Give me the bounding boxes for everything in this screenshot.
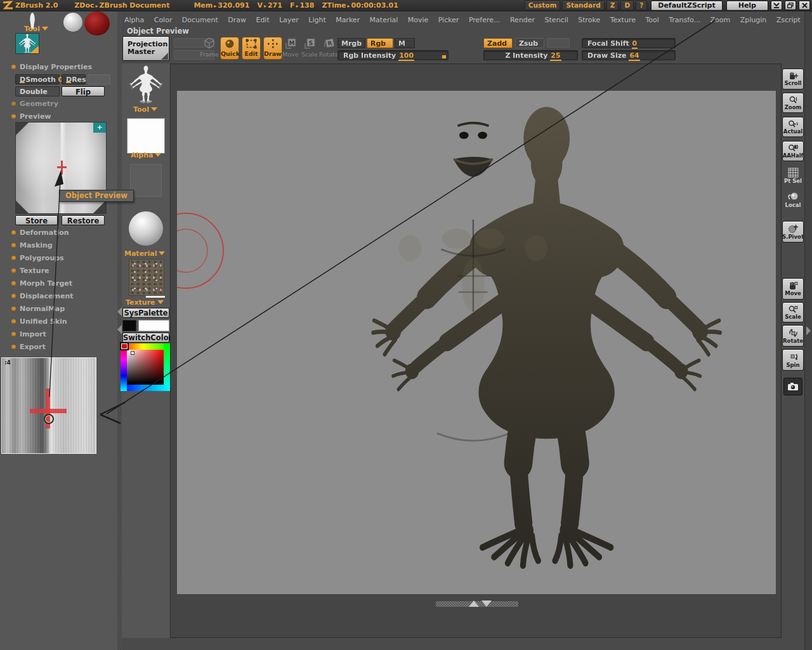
tool-dropdown[interactable]: Tool: [24, 25, 48, 33]
material-dropdown[interactable]: Material: [124, 249, 165, 258]
section-deformation[interactable]: Deformation: [11, 229, 69, 237]
ptsel-button[interactable]: Pt Sel: [783, 168, 803, 184]
secondary-color-swatch[interactable]: [122, 320, 136, 331]
section-masking[interactable]: Masking: [11, 241, 53, 249]
menu-item-tool[interactable]: Tool: [645, 16, 658, 25]
doc-menu[interactable]: ZDoc▸ZBrush Document: [74, 1, 169, 10]
focal-shift-slider[interactable]: Focal Shift 0: [582, 38, 676, 48]
rgb-toggle[interactable]: Rgb: [367, 38, 393, 48]
frame-button[interactable]: Frame: [200, 37, 219, 58]
tool-dropdown[interactable]: Tool: [133, 105, 157, 114]
custom-ui-button[interactable]: Custom: [525, 1, 561, 10]
section-geometry[interactable]: Geometry: [11, 100, 58, 108]
menu-item-texture[interactable]: Texture: [610, 16, 636, 25]
hue-edge[interactable]: [121, 343, 127, 391]
menu-item-material[interactable]: Material: [370, 16, 398, 25]
menu-item-draw[interactable]: Draw: [228, 16, 246, 25]
z-intensity-slider[interactable]: Z Intensity 25: [483, 50, 578, 60]
projection-master-button[interactable]: Projection Master: [122, 36, 169, 61]
section-unified-skin[interactable]: Unified Skin: [11, 317, 67, 326]
document-viewport[interactable]: [177, 91, 776, 594]
move-button[interactable]: M Move: [281, 37, 300, 58]
local-button[interactable]: Local: [783, 192, 803, 208]
section-polygroups[interactable]: Polygroups: [11, 254, 64, 262]
menu-item-preferences[interactable]: Prefere...: [469, 16, 501, 25]
menu-item-stencil[interactable]: Stencil: [545, 16, 568, 25]
section-display-properties[interactable]: Display Properties: [11, 63, 92, 71]
rotate-button[interactable]: R Rotate: [319, 37, 338, 58]
scale-canvas-button[interactable]: Scale: [782, 302, 804, 322]
collapse-right-icon[interactable]: [806, 326, 811, 335]
section-preview[interactable]: Preview: [11, 112, 51, 121]
default-zscript-button[interactable]: DefaultZScript: [651, 1, 722, 11]
menu-item-document[interactable]: Document: [182, 16, 218, 25]
menu-item-picker[interactable]: Picker: [438, 16, 459, 25]
right-divider[interactable]: [804, 11, 812, 650]
restore-button[interactable]: [785, 1, 796, 10]
rotate-canvas-button[interactable]: Rotate: [782, 325, 804, 347]
syspalette-button[interactable]: SysPalette: [122, 308, 169, 318]
edit-button[interactable]: Edit: [242, 37, 261, 60]
zoom-button[interactable]: Zoom: [782, 93, 804, 113]
background-color-swatch[interactable]: [138, 320, 169, 331]
menu-item-marker[interactable]: Marker: [336, 16, 360, 25]
mrgb-toggle[interactable]: Mrgb: [337, 38, 365, 48]
menu-item-movie[interactable]: Movie: [408, 16, 429, 25]
section-normalmap[interactable]: NormalMap: [11, 305, 65, 313]
section-export[interactable]: Export: [11, 343, 46, 351]
scale-button[interactable]: S Scale: [300, 37, 319, 58]
alpha-dropdown[interactable]: Alpha: [131, 151, 161, 159]
menu-item-layer[interactable]: Layer: [279, 16, 299, 25]
help-question-button[interactable]: ?: [636, 1, 647, 10]
move-canvas-button[interactable]: Move: [782, 278, 804, 300]
section-displacement[interactable]: Displacement: [11, 292, 74, 300]
menu-item-stroke[interactable]: Stroke: [578, 16, 600, 25]
material-thumbnail[interactable]: [129, 211, 163, 246]
collapse-left-icon[interactable]: [117, 325, 122, 334]
left-divider[interactable]: [117, 11, 122, 650]
spin-button[interactable]: Spin: [782, 349, 804, 371]
store-button[interactable]: Store: [15, 215, 58, 225]
material-sphere-white[interactable]: [63, 13, 82, 32]
close-button[interactable]: [799, 1, 810, 10]
rgb-intensity-slider[interactable]: Rgb Intensity 100: [337, 50, 449, 60]
quick-button[interactable]: Quick: [220, 37, 239, 60]
canvas-area[interactable]: [170, 63, 782, 638]
saturation-value-square[interactable]: [127, 350, 164, 385]
collapse-left-icon[interactable]: [117, 307, 122, 316]
hue-edge[interactable]: [121, 385, 170, 391]
menu-item-render[interactable]: Render: [510, 16, 535, 25]
collapse-down-icon[interactable]: [481, 600, 492, 607]
material-sphere-red[interactable]: [84, 11, 110, 36]
section-morph-target[interactable]: Morph Target: [11, 279, 72, 288]
texture-thumbnail[interactable]: [129, 259, 164, 296]
menu-item-alpha[interactable]: Alpha: [124, 16, 144, 25]
menu-item-color[interactable]: Color: [154, 16, 173, 25]
spivot-button[interactable]: S.Pivot: [782, 221, 804, 242]
actual-button[interactable]: x1 Actual: [782, 117, 804, 137]
expand-up-icon[interactable]: [469, 600, 479, 607]
tool-thumbnail[interactable]: [129, 65, 162, 103]
menu-item-transform[interactable]: Transfo...: [669, 16, 700, 25]
menu-item-light[interactable]: Light: [308, 16, 325, 25]
double-button[interactable]: Double: [15, 86, 60, 96]
z-button[interactable]: Z: [606, 1, 619, 10]
zsub-toggle[interactable]: Zsub: [515, 38, 544, 48]
switchcolor-button[interactable]: SwitchColor: [122, 333, 169, 343]
standard-ui-button[interactable]: Standard: [562, 1, 604, 10]
color-picker[interactable]: [121, 343, 170, 391]
menu-item-zplugin[interactable]: Zplugin: [740, 16, 767, 25]
preview-expand-icon[interactable]: +: [93, 123, 106, 133]
restore-button[interactable]: Restore: [62, 215, 105, 225]
draw-size-slider[interactable]: Draw Size 64: [582, 50, 676, 60]
menu-item-zoom[interactable]: Zoom: [710, 16, 731, 25]
snapshot-button[interactable]: [783, 378, 802, 395]
aahalf-button[interactable]: AAHalf: [782, 141, 804, 161]
minimize-button[interactable]: [771, 1, 782, 10]
help-button[interactable]: Help: [726, 1, 768, 11]
dres-button[interactable]: DRes: [62, 74, 86, 84]
d-button[interactable]: D: [620, 1, 634, 10]
scroll-button[interactable]: Scroll: [782, 69, 804, 90]
dsmooth-slider[interactable]: DSmooth 0: [15, 74, 60, 84]
menu-item-zscript[interactable]: Zscript: [776, 16, 801, 25]
